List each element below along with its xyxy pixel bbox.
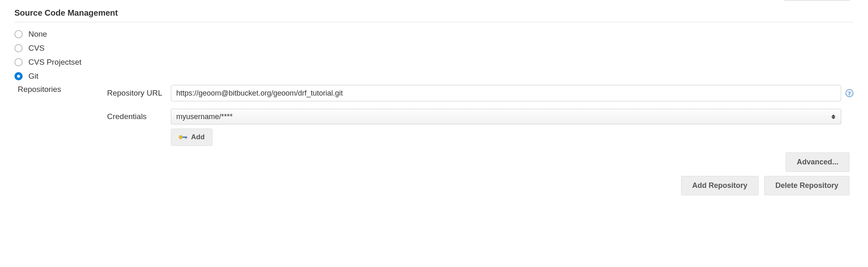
advanced-button[interactable]: Advanced... bbox=[786, 152, 849, 172]
select-arrows-icon bbox=[831, 115, 836, 119]
radio-icon bbox=[14, 58, 23, 66]
top-button-stub bbox=[784, 0, 850, 1]
section-title: Source Code Management bbox=[14, 8, 854, 22]
delete-repository-button[interactable]: Delete Repository bbox=[764, 176, 849, 195]
scm-option-label: CVS Projectset bbox=[28, 58, 82, 67]
repository-url-label: Repository URL bbox=[107, 89, 171, 98]
add-button-label: Add bbox=[191, 133, 205, 141]
add-repository-button[interactable]: Add Repository bbox=[681, 176, 758, 195]
svg-text:?: ? bbox=[848, 90, 851, 96]
key-icon bbox=[179, 134, 188, 140]
scm-option-none[interactable]: None bbox=[14, 27, 854, 41]
credentials-label: Credentials bbox=[107, 112, 171, 121]
scm-option-git[interactable]: Git bbox=[14, 69, 854, 83]
radio-icon bbox=[14, 72, 23, 80]
scm-option-label: Git bbox=[28, 72, 38, 81]
svg-rect-4 bbox=[182, 137, 187, 138]
svg-point-3 bbox=[180, 137, 182, 138]
scm-option-label: None bbox=[28, 30, 47, 39]
svg-rect-6 bbox=[186, 137, 187, 138]
svg-rect-5 bbox=[185, 137, 186, 139]
repositories-label: Repositories bbox=[14, 85, 107, 195]
radio-icon bbox=[14, 30, 23, 38]
scm-option-cvs[interactable]: CVS bbox=[14, 41, 854, 55]
help-icon[interactable]: ? bbox=[845, 89, 854, 97]
add-credentials-button[interactable]: Add bbox=[171, 129, 212, 146]
credentials-value: myusername/**** bbox=[176, 112, 831, 121]
scm-option-cvs-projectset[interactable]: CVS Projectset bbox=[14, 55, 854, 69]
repository-url-input[interactable] bbox=[171, 85, 841, 101]
credentials-select[interactable]: myusername/**** bbox=[171, 109, 841, 124]
radio-icon bbox=[14, 44, 23, 52]
scm-option-label: CVS bbox=[28, 44, 44, 53]
